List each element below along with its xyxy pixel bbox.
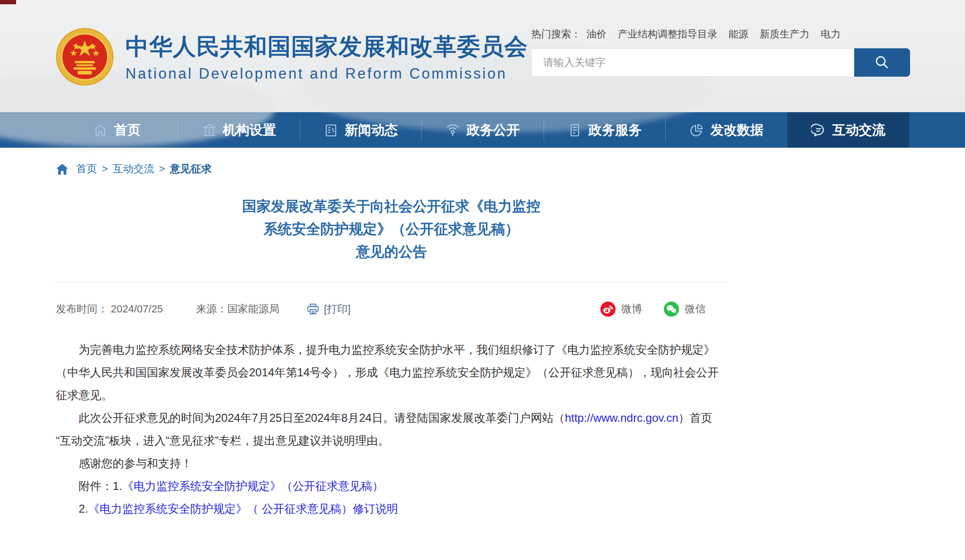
breadcrumb-home-link[interactable]: 首页: [76, 162, 97, 176]
breadcrumb-home-icon[interactable]: [56, 163, 69, 175]
nav-item-label: 新闻动态: [345, 121, 398, 139]
nav-item-news[interactable]: 新闻动态: [300, 112, 421, 148]
home-icon: [93, 123, 108, 138]
site-header: 中华人民共和国国家发展和改革委员会 National Development a…: [0, 0, 965, 112]
attachment-number: 1.: [113, 480, 122, 492]
nav-item-label: 政务服务: [589, 121, 642, 139]
breadcrumb-current: 意见征求: [170, 162, 212, 176]
site-title-en: National Development and Reform Commissi…: [125, 65, 528, 82]
nav-item-data[interactable]: 发改数据: [665, 112, 787, 148]
nav-item-services[interactable]: 政务服务: [544, 112, 665, 148]
share-buttons: 微博 微信: [600, 302, 706, 317]
article-meta-row: 发布时间： 2024/07/25 来源： 国家能源局 [打印]: [56, 302, 727, 317]
hot-search-term[interactable]: 能源: [729, 28, 749, 39]
nav-item-label: 互动交流: [832, 121, 885, 139]
search-icon: [874, 54, 890, 71]
corner-artifact: [0, 0, 16, 4]
broadcast-icon: [445, 123, 460, 138]
main-nav: 首页 机构设置 新闻动态 政务公开: [0, 112, 965, 148]
share-wechat-button[interactable]: 微信: [664, 302, 706, 317]
nav-item-label: 首页: [114, 121, 141, 139]
hot-search-term[interactable]: 油价: [587, 28, 607, 39]
nav-item-disclosure[interactable]: 政务公开: [421, 112, 543, 148]
page: 中华人民共和国国家发展和改革委员会 National Development a…: [0, 0, 965, 560]
article-content: 首页 > 互动交流 > 意见征求 国家发展改革委关于向社会公开征求《电力监控 系…: [56, 162, 727, 520]
paragraph: 此次公开征求意见的时间为2024年7月25日至2024年8月24日。请登陆国家发…: [56, 407, 727, 452]
search-area: 热门搜索： 油价 产业结构调整指导目录 能源 新质生产力 电力: [531, 27, 910, 77]
nav-item-label: 机构设置: [223, 121, 276, 139]
breadcrumb-separator: >: [102, 163, 108, 175]
pie-chart-icon: [689, 123, 704, 138]
source-label: 来源：: [196, 302, 227, 316]
site-title-cn: 中华人民共和国国家发展和改革委员会: [125, 31, 528, 62]
wechat-icon: [664, 302, 679, 317]
nav-item-institution[interactable]: 机构设置: [178, 112, 299, 148]
nav-item-home[interactable]: 首页: [56, 112, 178, 148]
article-title-line: 系统安全防护规定》（公开征求意见稿）: [56, 218, 727, 240]
attachment-number: 2.: [79, 502, 88, 515]
article-title: 国家发展改革委关于向社会公开征求《电力监控 系统安全防护规定》（公开征求意见稿）…: [56, 195, 727, 263]
chat-icon: [811, 123, 826, 138]
hot-search-term[interactable]: 产业结构调整指导目录: [618, 28, 717, 39]
search-button[interactable]: [854, 48, 910, 77]
share-weibo-button[interactable]: 微博: [600, 302, 642, 317]
breadcrumb: 首页 > 互动交流 > 意见征求: [56, 162, 727, 176]
print-label: [打印]: [324, 302, 350, 316]
paragraph-text: 此次公开征求意见的时间为2024年7月25日至2024年8月24日。请登陆国家发…: [79, 411, 565, 424]
weibo-icon: [600, 302, 616, 317]
publish-time-label: 发布时间：: [56, 302, 108, 316]
attachment-line: 2.《电力监控系统安全防护规定》（ 公开征求意见稿）修订说明: [56, 498, 727, 520]
attachment-link-1[interactable]: 《电力监控系统安全防护规定》（公开征求意见稿）: [122, 480, 384, 492]
ndrc-website-link[interactable]: http://www.ndrc.gov.cn: [565, 411, 679, 424]
service-doc-icon: [567, 123, 582, 138]
hot-search-term[interactable]: 新质生产力: [759, 28, 809, 39]
source: 来源： 国家能源局: [196, 302, 279, 316]
search-input[interactable]: [531, 48, 854, 77]
publish-time: 发布时间： 2024/07/25: [56, 302, 163, 316]
title-divider: [56, 282, 727, 283]
article-title-line: 国家发展改革委关于向社会公开征求《电力监控: [56, 195, 727, 218]
attachments-label: 附件：: [79, 480, 113, 492]
article-title-line: 意见的公告: [56, 240, 727, 263]
emblem-icon: [55, 27, 114, 86]
print-icon: [307, 303, 319, 315]
nav-item-interaction[interactable]: 互动交流: [787, 112, 909, 148]
paragraph: 为完善电力监控系统网络安全技术防护体系，提升电力监控系统安全防护水平，我们组织修…: [56, 338, 727, 407]
source-value: 国家能源局: [227, 302, 279, 316]
print-button[interactable]: [打印]: [307, 302, 350, 316]
paragraph: 感谢您的参与和支持！: [56, 452, 727, 475]
institution-icon: [202, 123, 217, 138]
attachment-link-2[interactable]: 《电力监控系统安全防护规定》（ 公开征求意见稿）修订说明: [88, 502, 398, 515]
hot-search-row: 热门搜索： 油价 产业结构调整指导目录 能源 新质生产力 电力: [531, 27, 910, 41]
article-body: 为完善电力监控系统网络安全技术防护体系，提升电力监控系统安全防护水平，我们组织修…: [56, 338, 727, 520]
news-icon: [323, 123, 339, 138]
hot-search-term[interactable]: 电力: [821, 28, 840, 39]
publish-time-value: 2024/07/25: [111, 303, 163, 315]
share-weibo-label: 微博: [621, 302, 642, 316]
share-wechat-label: 微信: [685, 302, 706, 316]
breadcrumb-section-link[interactable]: 互动交流: [113, 162, 154, 176]
hot-search-label: 热门搜索：: [531, 28, 581, 39]
nav-item-label: 政务公开: [466, 121, 519, 139]
site-logo[interactable]: 中华人民共和国国家发展和改革委员会 National Development a…: [55, 27, 528, 86]
nav-item-label: 发改数据: [710, 121, 763, 139]
search-box: [531, 48, 910, 77]
breadcrumb-separator: >: [159, 163, 165, 175]
attachment-line: 附件：1.《电力监控系统安全防护规定》（公开征求意见稿）: [56, 475, 727, 498]
